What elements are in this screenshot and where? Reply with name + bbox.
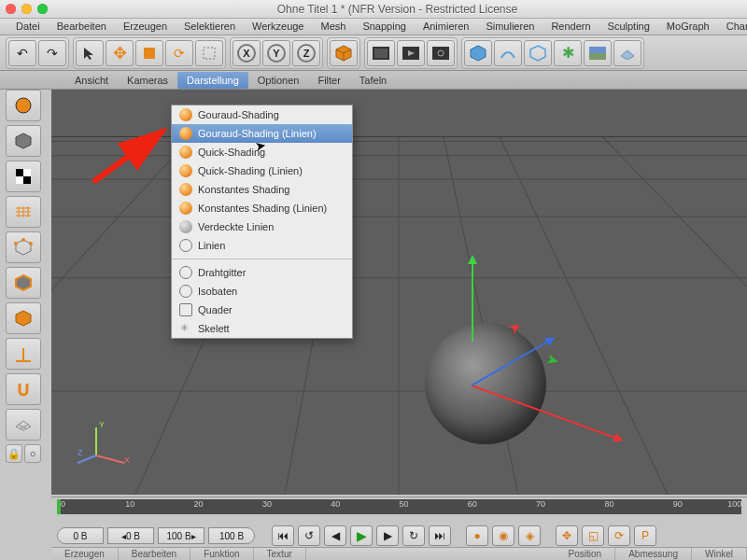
record-button[interactable]: ● (466, 525, 488, 546)
cube-primitive-button[interactable] (330, 40, 358, 66)
key-scale-button[interactable]: ◱ (582, 525, 604, 546)
vpmenu-kameras[interactable]: Kameras (118, 72, 177, 89)
make-editable-button[interactable] (6, 90, 41, 121)
vpmenu-optionen[interactable]: Optionen (248, 72, 309, 89)
hidden-line-icon (179, 220, 192, 233)
dd-konstantes-shading[interactable]: Konstantes Shading (172, 180, 352, 199)
close-window-button[interactable] (6, 4, 16, 14)
menu-bearbeiten[interactable]: Bearbeiten (49, 19, 115, 35)
dd-isobaten[interactable]: Isobaten (172, 282, 352, 301)
axis-y-button[interactable]: Y (262, 40, 290, 66)
goto-start-button[interactable]: ⏮ (272, 525, 294, 546)
autokey-button[interactable]: ◉ (492, 525, 514, 546)
frame-range-start-field[interactable]: ◂ 0 B (107, 527, 154, 544)
zoom-window-button[interactable] (37, 4, 48, 14)
menu-selektieren[interactable]: Selektieren (176, 19, 244, 35)
unlock-button[interactable]: ○ (24, 444, 41, 463)
cube-blue-button[interactable] (464, 40, 492, 66)
menu-simulieren[interactable]: Simulieren (477, 19, 543, 35)
frame-range-mid-field[interactable]: 100 B ▸ (158, 527, 204, 544)
svg-text:Y: Y (99, 420, 105, 429)
lasso-tool[interactable] (195, 40, 223, 66)
svg-marker-34 (16, 311, 31, 326)
left-tool-column: 🔒 ○ (6, 90, 47, 463)
dd-linien[interactable]: Linien (172, 236, 352, 255)
gizmo-y-axis[interactable] (472, 258, 473, 342)
key-pos-button[interactable]: ✥ (556, 525, 578, 546)
workplane-grid-button[interactable] (6, 409, 41, 441)
workplane-button[interactable] (6, 196, 41, 228)
next-frame-button[interactable]: ▶ (376, 525, 399, 546)
goto-end-button[interactable]: ⏭ (429, 525, 451, 546)
status-winkel: Winkel (692, 548, 747, 560)
floor-button[interactable] (613, 40, 641, 66)
status-bearbeiten[interactable]: Bearbeiten (119, 548, 190, 560)
prev-key-button[interactable]: ↺ (298, 525, 320, 546)
status-textur[interactable]: Textur (254, 548, 306, 560)
dd-drahtgitter[interactable]: Drahtgitter (172, 263, 352, 282)
menu-datei[interactable]: Datei (7, 19, 49, 35)
sphere-object[interactable] (425, 323, 546, 444)
model-mode-button[interactable] (6, 125, 41, 157)
next-key-button[interactable]: ↻ (402, 525, 425, 546)
status-erzeugen[interactable]: Erzeugen (51, 548, 119, 560)
dd-quick-shading-linien[interactable]: Quick-Shading (Linien) (172, 161, 352, 180)
dd-quader[interactable]: Quader (172, 301, 352, 319)
key-param-button[interactable]: P (634, 525, 656, 546)
vpmenu-darstellung[interactable]: Darstellung (177, 72, 248, 89)
rotate-tool[interactable]: ⟳ (165, 40, 193, 66)
point-mode-button[interactable] (6, 231, 41, 263)
menu-animieren[interactable]: Animieren (415, 19, 478, 35)
menu-sculpting[interactable]: Sculpting (599, 19, 658, 35)
redo-button[interactable]: ↷ (38, 40, 66, 66)
vpmenu-ansicht[interactable]: Ansicht (65, 72, 118, 89)
titlebar: Ohne Titel 1 * (NFR Version - Restricted… (0, 0, 747, 19)
menu-werkzeuge[interactable]: Werkzeuge (244, 19, 312, 35)
axis-tool-button[interactable] (6, 338, 41, 370)
deformer-button[interactable] (524, 40, 552, 66)
status-funktion[interactable]: Funktion (190, 548, 253, 560)
dd-gouraud-shading[interactable]: Gouraud-Shading (172, 105, 352, 124)
undo-button[interactable]: ↶ (8, 40, 36, 66)
svg-point-32 (14, 242, 18, 245)
snap-button[interactable] (6, 373, 41, 405)
render-view-button[interactable] (367, 40, 395, 66)
svg-rect-7 (374, 49, 388, 58)
play-button[interactable]: ▶ (350, 525, 373, 546)
menu-snapping[interactable]: Snapping (354, 19, 415, 35)
prev-frame-button[interactable]: ◀ (324, 525, 346, 546)
menu-char[interactable]: Char (718, 19, 747, 35)
keyframe-sel-button[interactable]: ◈ (518, 525, 541, 546)
render-pv-button[interactable] (397, 40, 425, 66)
environment-button[interactable] (584, 40, 612, 66)
timeline-ruler[interactable]: 0 10 20 30 40 50 60 70 80 90 100 (57, 499, 741, 514)
menu-mograph[interactable]: MoGraph (658, 19, 718, 35)
dd-skelett[interactable]: Skelett (172, 319, 352, 338)
menu-erzeugen[interactable]: Erzeugen (115, 19, 176, 35)
dd-verdeckte-linien[interactable]: Verdeckte Linien (172, 217, 352, 236)
scale-tool[interactable] (135, 40, 163, 66)
generator-button[interactable]: ✱ (554, 40, 582, 66)
axis-z-button[interactable]: Z (292, 40, 320, 66)
box-icon (179, 303, 192, 316)
svg-line-60 (93, 131, 163, 182)
dd-konstantes-shading-linien[interactable]: Konstantes Shading (Linien) (172, 199, 352, 217)
texture-mode-button[interactable] (6, 161, 41, 192)
move-tool[interactable]: ✥ (106, 40, 134, 66)
axis-x-button[interactable]: X (233, 40, 261, 66)
frame-range-end-field[interactable]: 100 B (208, 527, 255, 544)
spline-button[interactable] (494, 40, 522, 66)
frame-current-field[interactable]: 0 B (57, 527, 104, 544)
tick-40: 40 (331, 499, 340, 509)
menu-rendern[interactable]: Rendern (543, 19, 599, 35)
menu-mesh[interactable]: Mesh (312, 19, 354, 35)
edge-mode-button[interactable] (6, 267, 41, 299)
polygon-mode-button[interactable] (6, 302, 41, 334)
vpmenu-tafeln[interactable]: Tafeln (350, 72, 396, 89)
key-rot-button[interactable]: ⟳ (608, 525, 630, 546)
vpmenu-filter[interactable]: Filter (308, 72, 349, 89)
render-settings-button[interactable] (427, 40, 455, 66)
lock-button[interactable]: 🔒 (6, 444, 22, 463)
minimize-window-button[interactable] (21, 4, 32, 14)
select-tool[interactable] (76, 40, 104, 66)
